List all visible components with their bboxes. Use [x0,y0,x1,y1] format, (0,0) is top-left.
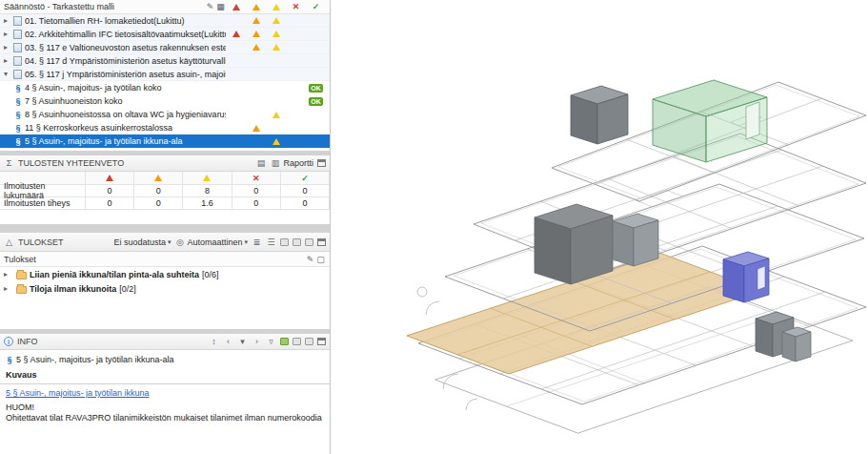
report-button-label: Raportti [283,158,313,168]
results-list-title: Tulokset [4,255,36,264]
rule-group-row[interactable]: ▸ 02. Arkkitehtimallin IFC tietosisältöv… [0,28,330,41]
auto-group-icon: ◎ [174,237,185,247]
rule-label: 7 § Asuinhuoneiston koko [25,96,123,106]
accepted-check-icon: ✓ [281,172,330,185]
box-icon[interactable] [305,338,313,345]
building-mass[interactable] [613,214,658,266]
filter-dropdown[interactable]: Ei suodatusta ▾ [113,237,171,247]
select-area-icon[interactable]: ▢ [315,254,326,264]
low-triangle-icon [203,175,211,181]
list-icon[interactable]: ☰ [266,237,276,247]
caret-expanded-icon[interactable]: ▾ [4,70,13,78]
ruleset-icon [13,43,22,52]
rejected-x-icon: ✕ [232,172,281,185]
pencil-icon[interactable]: ✎ [205,2,215,12]
warning-yellow-icon [273,17,280,24]
accept-box-icon[interactable] [280,238,289,246]
warning-orange-icon [252,31,260,37]
ruleset-icon [13,30,22,39]
rule-group-row[interactable]: ▾ 05. § 117 j Ympäristöministeriön asetu… [0,68,330,81]
caret-icon[interactable]: ▸ [4,270,13,279]
space-highlight-blue[interactable] [723,252,769,302]
float-window-icon[interactable] [317,159,326,167]
warning-red-icon [232,31,240,37]
rule-row[interactable]: § 4 § Asuin-, majoitus- ja työtilan koko… [0,81,330,94]
rule-label: 01. Tietomallien RH- lomaketiedot(Lukitt… [25,16,185,26]
tree-list-icon[interactable]: ≣ [252,237,262,247]
accepted-check-icon: ✓ [306,2,326,11]
rejected-x-icon: ✕ [286,2,306,11]
building-mass[interactable] [782,327,811,361]
float-window-icon[interactable] [317,238,326,246]
info-body: § 5 § Asuin-, majoitus- ja työtilan ikku… [0,350,330,426]
reset-box-icon[interactable] [305,238,313,246]
info-title: INFO [17,337,38,346]
warning-yellow-icon [273,112,280,118]
rule-label: 02. Arkkitehtimallin IFC tietosisältövaa… [25,30,226,39]
pencil-icon[interactable]: ✎ [305,254,315,264]
caret-icon[interactable]: ▸ [4,56,13,65]
ruleset-icon [13,56,22,66]
folder-icon [16,286,27,294]
summary-row-label: Ilmoitusten lukumäärä [0,185,86,197]
rule-row[interactable]: § 8 § Asuinhuoneistossa on oltava WC ja … [0,108,330,121]
results-header: △ TULOKSET Ei suodatusta ▾ ◎ Automaattin… [0,233,330,252]
warning-orange-icon [252,17,260,24]
summary-value: 8 [183,185,232,197]
caret-icon[interactable]: ▸ [4,43,13,52]
rule-label: 05. § 117 j Ympäristöministeriön asetus … [25,70,226,79]
ruleset-icon [13,70,22,79]
summary-title: TULOSTEN YHTEENVETO [18,158,124,168]
report-preview-icon[interactable]: ▤ [255,158,266,169]
caret-icon[interactable]: ▸ [4,284,13,293]
building-mass[interactable] [571,86,628,144]
chevron-down-icon: ▾ [244,238,248,246]
moderate-triangle-icon [154,175,162,181]
float-window-icon[interactable] [317,338,326,345]
sigma-icon: Σ [4,158,14,169]
dropdown-icon[interactable]: ▾ [237,337,248,347]
result-group-row[interactable]: ▸ Liian pieniä ikkuna/tilan pinta-ala su… [0,267,330,281]
building-mass[interactable] [535,204,613,284]
rule-tree: ▸ 01. Tietomallien RH- lomaketiedot(Luki… [0,14,330,148]
expand-down-icon[interactable]: ▿ [266,337,276,347]
note-title: HUOM! [6,402,324,412]
rule-label: 8 § Asuinhuoneistossa on oltava WC ja hy… [25,110,226,119]
rule-row-selected[interactable]: § 5 § Asuin-, majoitus- ja työtilan ikku… [0,134,330,148]
results-subheader: Tulokset ✎ ▢ [0,252,330,267]
highlight-box-icon[interactable] [280,338,289,345]
rule-label: 5 § Asuin-, majoitus- ja työtilan ikkuna… [25,136,183,146]
grid-icon[interactable]: ▦ [215,2,226,12]
next-icon[interactable]: › [252,337,262,347]
warning-yellow-icon [273,138,280,145]
paragraph-icon: § [13,96,23,106]
warning-orange-icon [252,125,260,132]
rule-label: 4 § Asuin-, majoitus- ja työtilan koko [25,83,162,93]
result-group-row[interactable]: ▸ Tiloja ilman ikkunoita [0/2] [0,281,330,296]
prev-icon[interactable]: ‹ [223,337,233,347]
caret-icon[interactable]: ▸ [4,30,13,38]
results-title: TULOKSET [18,237,64,247]
ok-badge: OK [309,97,323,106]
description-link[interactable]: 5 § Asuin-, majoitus- ja työtilan ikkuna [6,388,150,398]
rule-row[interactable]: § 7 § Asuinhuoneiston koko OK [0,94,330,108]
rule-row[interactable]: § 11 § Kerroskorkeus asuinkerrostalossa [0,121,330,134]
rule-statuses [226,17,326,24]
3d-view[interactable] [330,0,868,454]
rule-group-row[interactable]: ▸ 03. § 117 e Valtioneuvoston asetus rak… [0,41,330,54]
rule-group-row[interactable]: ▸ 01. Tietomallien RH- lomaketiedot(Luki… [0,14,330,28]
summary-header: Σ TULOSTEN YHTEENVETO ▤ ▥ Raportti [0,155,330,172]
info-panel: i INFO ↕ ‹ ▾ › ▿ § 5 § Asuin-, majoitus-… [0,334,330,454]
paragraph-icon: § [5,355,14,364]
folder-icon [16,272,27,279]
report-button[interactable]: ▥ Raportti [270,158,313,169]
box-icon[interactable] [293,338,301,345]
caret-icon[interactable]: ▸ [4,16,13,25]
updown-arrow-icon[interactable]: ↕ [209,337,219,347]
grouping-dropdown[interactable]: ◎ Automaattinen ▾ [174,237,248,247]
info-rule-reference: § 5 § Asuin-, majoitus- ja työtilan ikku… [0,353,330,366]
rule-label: 11 § Kerroskorkeus asuinkerrostalossa [25,123,172,133]
reject-box-icon[interactable] [293,238,301,246]
rule-group-row[interactable]: ▸ 04. § 117 d Ympäristöministeriön asetu… [0,54,330,68]
summary-value: 0 [134,185,183,197]
